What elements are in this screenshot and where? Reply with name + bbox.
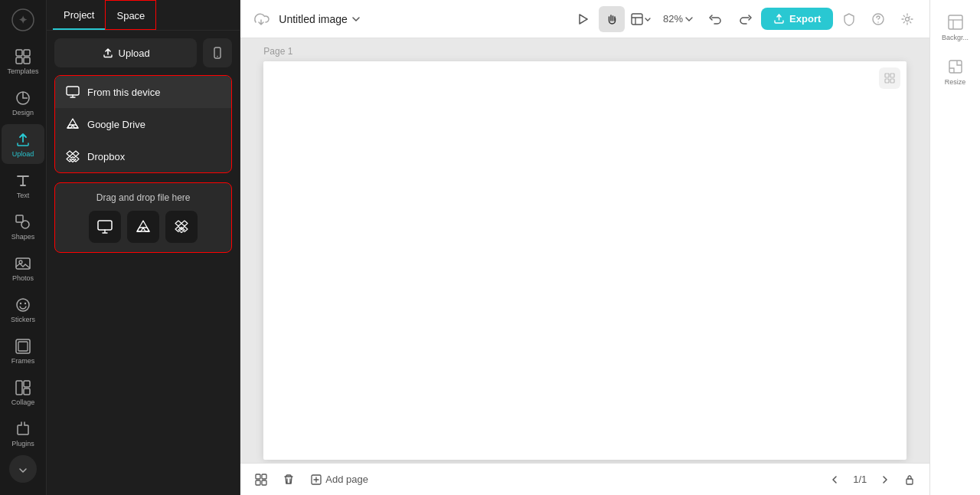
sidebar-item-label: Upload	[12, 150, 34, 158]
panel-sidebar: Project Space Upload	[47, 0, 240, 495]
monitor-small-icon	[97, 219, 113, 234]
frames-icon	[15, 338, 31, 355]
bottom-bar-left: Add page	[250, 468, 374, 491]
source-google-drive[interactable]: Google Drive	[55, 108, 231, 140]
bottom-bar-right: 1/1	[824, 469, 920, 490]
export-button[interactable]: Export	[761, 8, 833, 30]
source-dropbox[interactable]: Dropbox	[55, 140, 231, 172]
delete-page-btn[interactable]	[277, 468, 300, 491]
sidebar-item-photos[interactable]: Photos	[2, 248, 44, 288]
panel-tabs: Project Space	[47, 0, 240, 31]
sidebar-item-stickers[interactable]: Stickers	[2, 290, 44, 329]
app-logo[interactable]: ✦	[9, 6, 37, 34]
tab-project[interactable]: Project	[53, 0, 105, 30]
undo-button[interactable]	[703, 6, 729, 32]
svg-point-13	[24, 302, 26, 303]
top-bar-tools: 82%	[570, 6, 920, 32]
next-page-button[interactable]	[874, 469, 896, 490]
sidebar-item-label: Text	[17, 192, 30, 199]
prev-page-button[interactable]	[824, 469, 845, 490]
lock-icon	[904, 474, 915, 485]
source-device[interactable]: From this device	[55, 76, 231, 108]
fullscreen-button[interactable]	[899, 469, 920, 490]
canvas-grid-btn[interactable]	[879, 67, 900, 89]
svg-rect-4	[16, 57, 22, 64]
add-page-icon	[311, 474, 322, 485]
svg-rect-23	[632, 14, 642, 25]
collapse-button[interactable]	[9, 455, 37, 483]
svg-rect-22	[98, 221, 112, 230]
grab-button[interactable]	[599, 6, 625, 32]
svg-point-20	[217, 56, 218, 57]
svg-rect-16	[16, 381, 22, 395]
sidebar-item-design[interactable]: Design	[2, 83, 44, 123]
document-title[interactable]: Untitled image	[279, 13, 361, 25]
svg-rect-34	[262, 480, 266, 485]
add-page-button[interactable]: Add page	[305, 470, 374, 488]
settings-icon[interactable]	[894, 6, 920, 32]
shield-icon[interactable]	[836, 6, 862, 32]
play-button[interactable]	[570, 6, 596, 32]
svg-text:✦: ✦	[18, 14, 28, 26]
icon-sidebar: ✦ Templates Design	[0, 0, 47, 495]
thumbnails-icon	[255, 474, 267, 486]
drag-gdrive-btn[interactable]	[127, 211, 159, 243]
right-panel-resize[interactable]: Resize	[933, 51, 978, 92]
sidebar-item-upload[interactable]: Upload	[2, 124, 44, 164]
phone-button[interactable]	[203, 38, 232, 67]
help-icon[interactable]	[865, 6, 891, 32]
zoom-control[interactable]: 82%	[657, 10, 700, 28]
layout-button[interactable]	[628, 6, 654, 32]
hand-icon	[605, 12, 619, 26]
upload-button[interactable]: Upload	[54, 38, 197, 67]
svg-rect-8	[16, 215, 23, 222]
sidebar-item-label: Plugins	[11, 440, 34, 447]
svg-point-25	[877, 21, 879, 23]
dropbox-icon	[66, 149, 80, 163]
svg-rect-29	[885, 79, 889, 83]
sidebar-item-label: Templates	[7, 67, 38, 75]
svg-rect-17	[24, 381, 30, 387]
sidebar-item-collage[interactable]: Collage	[2, 372, 44, 412]
right-panel: Backgr... Resize	[929, 0, 980, 495]
svg-rect-28	[890, 74, 894, 77]
layout-icon	[630, 12, 644, 26]
sidebar-item-shapes[interactable]: Shapes	[2, 207, 44, 247]
svg-rect-18	[24, 388, 30, 395]
sidebar-item-text[interactable]: Text	[2, 166, 44, 205]
design-icon	[15, 90, 31, 107]
svg-rect-30	[890, 79, 894, 83]
canvas-container[interactable]: Page 1	[240, 38, 929, 463]
grid-icon	[884, 73, 895, 84]
drag-drop-area[interactable]: Drag and drop file here	[54, 182, 232, 253]
gdrive-small-icon	[136, 219, 151, 234]
text-icon	[15, 172, 31, 189]
sidebar-item-templates[interactable]: Templates	[2, 41, 44, 81]
redo-icon	[738, 12, 752, 26]
right-panel-background[interactable]: Backgr...	[933, 6, 978, 48]
sidebar-item-frames[interactable]: Frames	[2, 331, 44, 371]
svg-point-10	[19, 261, 22, 264]
upload-sources-menu: From this device Google Drive Dropbox	[54, 75, 232, 173]
tab-space[interactable]: Space	[105, 0, 156, 30]
canvas-page[interactable]	[263, 61, 906, 460]
sidebar-bottom	[9, 455, 37, 489]
drag-device-btn[interactable]	[89, 211, 121, 243]
drag-dropbox-btn[interactable]	[165, 211, 198, 243]
sidebar-item-label: Shapes	[11, 233, 35, 241]
cloud-save-icon[interactable]	[250, 8, 273, 31]
sidebar-item-label: Design	[12, 109, 34, 116]
page-indicator: 1/1	[848, 474, 871, 485]
play-icon	[576, 12, 590, 26]
redo-button[interactable]	[732, 6, 758, 32]
sidebar-item-label: Stickers	[11, 316, 35, 323]
undo-icon	[709, 12, 723, 26]
sidebar-item-plugins[interactable]: Plugins	[2, 414, 44, 454]
plugins-icon	[15, 421, 31, 438]
upload-icon	[15, 131, 31, 148]
google-drive-icon	[66, 117, 80, 131]
title-dropdown-icon	[351, 14, 361, 25]
thumbnail-icon[interactable]	[250, 468, 273, 491]
top-bar-right-icons	[836, 6, 920, 32]
svg-rect-5	[24, 57, 30, 64]
